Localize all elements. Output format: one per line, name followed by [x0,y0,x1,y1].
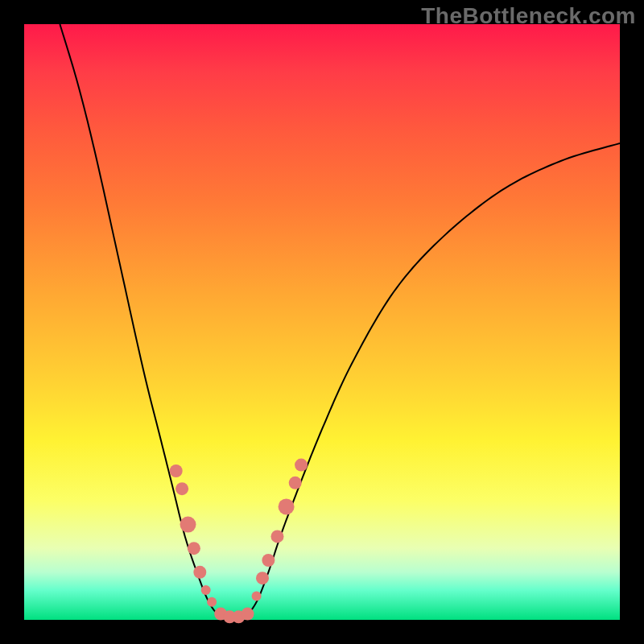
data-marker [188,542,200,555]
data-marker [271,530,284,543]
data-marker [279,498,295,514]
bottleneck-curve [60,24,620,620]
data-marker [193,566,206,579]
data-marker [256,572,269,584]
data-marker [289,477,302,489]
data-marker [242,608,254,621]
data-marker [180,517,196,533]
data-marker [262,554,275,567]
data-markers [170,459,308,624]
data-marker [201,585,211,595]
data-marker [207,597,217,607]
data-marker [295,459,308,472]
chart-svg [24,24,620,620]
data-marker [170,464,183,477]
data-marker [252,591,262,601]
data-marker [175,482,188,495]
